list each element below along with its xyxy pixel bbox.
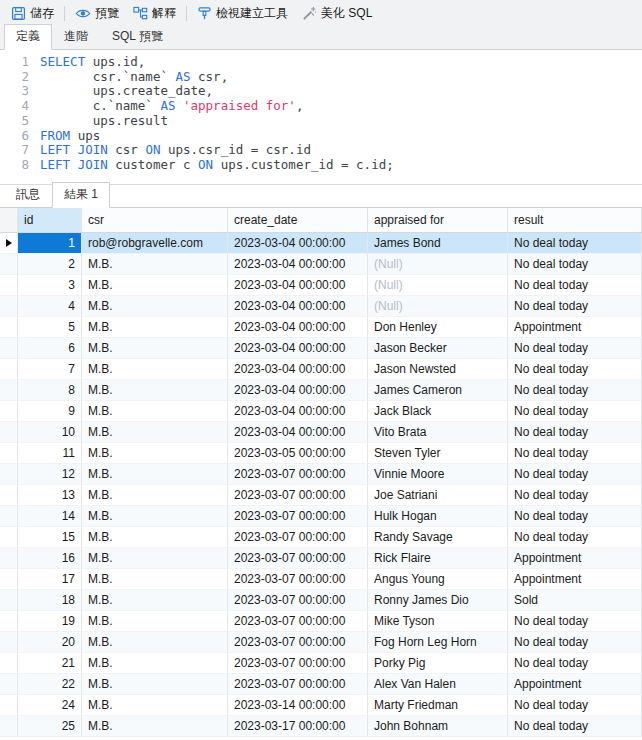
table-cell[interactable]: Randy Savage: [368, 527, 508, 548]
table-row[interactable]: 18M.B.2023-03-07 00:00:00Ronny James Dio…: [0, 590, 642, 611]
table-cell[interactable]: 9: [18, 401, 82, 422]
toolbar-button-view-builder[interactable]: 檢視建立工具: [190, 3, 295, 24]
row-selector[interactable]: [0, 401, 18, 422]
table-cell[interactable]: 2023-03-07 00:00:00: [228, 611, 368, 632]
table-row[interactable]: 24M.B.2023-03-14 00:00:00Marty FriedmanN…: [0, 695, 642, 716]
table-cell[interactable]: M.B.: [82, 527, 228, 548]
tab-sql-preview[interactable]: SQL 預覽: [100, 24, 175, 50]
table-cell[interactable]: Vinnie Moore: [368, 464, 508, 485]
table-cell[interactable]: No deal today: [508, 506, 642, 527]
column-header-id[interactable]: id: [18, 208, 82, 232]
table-cell[interactable]: M.B.: [82, 548, 228, 569]
column-header-csr[interactable]: csr: [82, 208, 228, 232]
table-cell[interactable]: rob@robgravelle.com: [82, 233, 228, 254]
row-selector[interactable]: [0, 275, 18, 296]
row-selector[interactable]: [0, 569, 18, 590]
row-selector[interactable]: [0, 359, 18, 380]
table-row[interactable]: 4M.B.2023-03-04 00:00:00(Null)No deal to…: [0, 296, 642, 317]
table-cell[interactable]: 2023-03-04 00:00:00: [228, 296, 368, 317]
row-selector[interactable]: [0, 674, 18, 695]
row-selector[interactable]: [0, 233, 18, 254]
table-cell[interactable]: Jason Newsted: [368, 359, 508, 380]
row-selector[interactable]: [0, 695, 18, 716]
table-cell[interactable]: 2023-03-05 00:00:00: [228, 443, 368, 464]
table-cell[interactable]: No deal today: [508, 233, 642, 254]
table-cell[interactable]: 25: [18, 716, 82, 737]
table-cell[interactable]: No deal today: [508, 485, 642, 506]
table-cell[interactable]: Alex Van Halen: [368, 674, 508, 695]
toolbar-button-preview[interactable]: 預覽: [68, 3, 126, 24]
tab-definition[interactable]: 定義: [4, 24, 52, 50]
table-cell[interactable]: 2023-03-07 00:00:00: [228, 527, 368, 548]
table-cell[interactable]: 4: [18, 296, 82, 317]
table-cell[interactable]: M.B.: [82, 695, 228, 716]
row-selector[interactable]: [0, 611, 18, 632]
table-cell[interactable]: 2023-03-04 00:00:00: [228, 275, 368, 296]
table-row[interactable]: 16M.B.2023-03-07 00:00:00Rick FlaireAppo…: [0, 548, 642, 569]
table-cell[interactable]: M.B.: [82, 422, 228, 443]
table-cell[interactable]: 2023-03-14 00:00:00: [228, 695, 368, 716]
row-selector[interactable]: [0, 485, 18, 506]
table-cell[interactable]: No deal today: [508, 695, 642, 716]
table-cell[interactable]: Angus Young: [368, 569, 508, 590]
table-cell[interactable]: Appointment: [508, 317, 642, 338]
table-cell[interactable]: 21: [18, 653, 82, 674]
table-cell[interactable]: No deal today: [508, 632, 642, 653]
table-cell[interactable]: No deal today: [508, 254, 642, 275]
table-cell[interactable]: 2023-03-07 00:00:00: [228, 464, 368, 485]
table-cell[interactable]: 2023-03-07 00:00:00: [228, 569, 368, 590]
table-row[interactable]: 9M.B.2023-03-04 00:00:00Jack BlackNo dea…: [0, 401, 642, 422]
row-selector[interactable]: [0, 464, 18, 485]
table-row[interactable]: 15M.B.2023-03-07 00:00:00Randy SavageNo …: [0, 527, 642, 548]
table-cell[interactable]: (Null): [368, 254, 508, 275]
table-row[interactable]: 19M.B.2023-03-07 00:00:00Mike TysonNo de…: [0, 611, 642, 632]
table-cell[interactable]: 2023-03-04 00:00:00: [228, 422, 368, 443]
table-cell[interactable]: M.B.: [82, 338, 228, 359]
table-cell[interactable]: M.B.: [82, 632, 228, 653]
table-row[interactable]: 8M.B.2023-03-04 00:00:00James CameronNo …: [0, 380, 642, 401]
table-cell[interactable]: No deal today: [508, 275, 642, 296]
tab-message[interactable]: 訊息: [4, 182, 52, 208]
table-cell[interactable]: M.B.: [82, 716, 228, 737]
table-cell[interactable]: 1: [18, 233, 82, 254]
table-cell[interactable]: Jack Black: [368, 401, 508, 422]
table-cell[interactable]: 22: [18, 674, 82, 695]
row-selector[interactable]: [0, 443, 18, 464]
table-cell[interactable]: No deal today: [508, 527, 642, 548]
table-row[interactable]: 1rob@robgravelle.com2023-03-04 00:00:00J…: [0, 233, 642, 254]
table-cell[interactable]: M.B.: [82, 506, 228, 527]
table-row[interactable]: 20M.B.2023-03-07 00:00:00Fog Horn Leg Ho…: [0, 632, 642, 653]
table-cell[interactable]: M.B.: [82, 611, 228, 632]
row-selector[interactable]: [0, 380, 18, 401]
table-cell[interactable]: M.B.: [82, 317, 228, 338]
toolbar-button-explain[interactable]: 解釋: [126, 3, 183, 24]
table-cell[interactable]: Marty Friedman: [368, 695, 508, 716]
table-cell[interactable]: 6: [18, 338, 82, 359]
table-row[interactable]: 14M.B.2023-03-07 00:00:00Hulk HoganNo de…: [0, 506, 642, 527]
table-cell[interactable]: No deal today: [508, 716, 642, 737]
table-cell[interactable]: 2023-03-04 00:00:00: [228, 254, 368, 275]
table-cell[interactable]: M.B.: [82, 569, 228, 590]
table-cell[interactable]: No deal today: [508, 443, 642, 464]
column-header-create_date[interactable]: create_date: [228, 208, 368, 232]
table-cell[interactable]: James Cameron: [368, 380, 508, 401]
tab-advanced[interactable]: 進階: [52, 24, 100, 50]
table-cell[interactable]: 2023-03-07 00:00:00: [228, 485, 368, 506]
table-cell[interactable]: 18: [18, 590, 82, 611]
table-cell[interactable]: M.B.: [82, 674, 228, 695]
table-cell[interactable]: No deal today: [508, 653, 642, 674]
table-cell[interactable]: 2023-03-17 00:00:00: [228, 716, 368, 737]
table-cell[interactable]: 2023-03-04 00:00:00: [228, 233, 368, 254]
table-cell[interactable]: 10: [18, 422, 82, 443]
table-cell[interactable]: Porky Pig: [368, 653, 508, 674]
table-cell[interactable]: M.B.: [82, 653, 228, 674]
table-cell[interactable]: Appointment: [508, 674, 642, 695]
row-selector[interactable]: [0, 548, 18, 569]
table-cell[interactable]: M.B.: [82, 380, 228, 401]
tab-result-1[interactable]: 結果 1: [52, 182, 110, 208]
table-cell[interactable]: 5: [18, 317, 82, 338]
table-cell[interactable]: 11: [18, 443, 82, 464]
table-cell[interactable]: 15: [18, 527, 82, 548]
table-cell[interactable]: John Bohnam: [368, 716, 508, 737]
table-row[interactable]: 22M.B.2023-03-07 00:00:00Alex Van HalenA…: [0, 674, 642, 695]
